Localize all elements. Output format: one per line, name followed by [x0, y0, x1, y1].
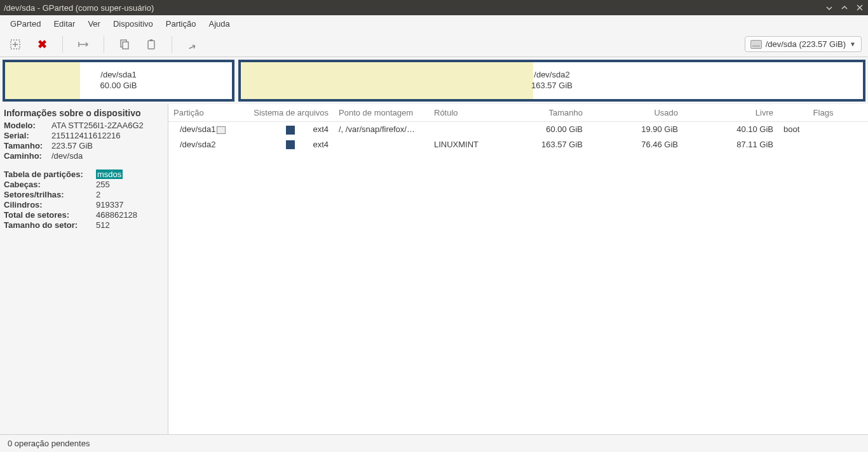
- toolbar-separator: [62, 36, 63, 53]
- label-modelo: Modelo:: [4, 121, 51, 130]
- apply-button[interactable]: [184, 36, 201, 53]
- cell-rotulo: [429, 122, 505, 137]
- label-ssize: Tamanho do setor:: [4, 220, 96, 230]
- menu-ajuda[interactable]: Ajuda: [202, 17, 236, 31]
- visual-partition-sda1[interactable]: /dev/sda1 60.00 GiB: [3, 60, 234, 102]
- label-cyl: Cilindros:: [4, 200, 96, 209]
- value-cyl: 919337: [96, 200, 164, 209]
- col-usado[interactable]: Usado: [588, 104, 683, 122]
- delete-partition-button[interactable]: ✖: [33, 36, 51, 53]
- label-spt: Setores/trilhas:: [4, 190, 96, 199]
- partition-table: Partição Sistema de arquivos Ponto de mo…: [168, 104, 868, 152]
- partition-visual: /dev/sda1 60.00 GiB /dev/sda2 163.57 GiB: [0, 57, 868, 104]
- label-tsec: Total de setores:: [4, 210, 96, 220]
- value-heads: 255: [96, 180, 164, 189]
- svg-rect-2: [123, 42, 128, 49]
- toolbar-separator: [172, 36, 172, 53]
- table-row[interactable]: /dev/sda1 ext4 /, /var/snap/firefox/… 60…: [168, 122, 868, 137]
- value-ssize: 512: [96, 220, 164, 230]
- value-ptable: msdos: [96, 170, 123, 179]
- copy-icon: [118, 38, 131, 51]
- menu-dispositivo[interactable]: Dispositivo: [107, 17, 159, 31]
- col-ponto[interactable]: Ponto de montagem: [334, 104, 429, 122]
- new-partition-icon: [9, 38, 22, 51]
- menu-gparted[interactable]: GParted: [4, 17, 47, 31]
- cell-mount: /, /var/snap/firefox/…: [334, 122, 429, 137]
- device-selector-label: /dev/sda (223.57 GiB): [766, 39, 846, 49]
- cell-usado: 19.90 GiB: [588, 122, 683, 137]
- window-controls: [825, 3, 864, 12]
- close-button[interactable]: [855, 3, 864, 12]
- visual-partition-size: 60.00 GiB: [100, 81, 137, 91]
- main-area: Informações sobre o dispositivo Modelo:A…: [0, 104, 868, 434]
- fs-color-swatch: [286, 140, 295, 149]
- value-caminho: /dev/sda: [51, 151, 164, 161]
- menu-particao[interactable]: Partição: [159, 17, 203, 31]
- cell-livre: 40.10 GiB: [683, 122, 778, 137]
- cell-tamanho: 163.57 GiB: [505, 137, 588, 152]
- visual-partition-sda2[interactable]: /dev/sda2 163.57 GiB: [238, 60, 865, 102]
- label-caminho: Caminho:: [4, 151, 51, 161]
- table-header-row: Partição Sistema de arquivos Ponto de mo…: [168, 104, 868, 122]
- fs-color-swatch: [286, 126, 295, 135]
- cell-fs: ext4: [313, 124, 329, 134]
- cell-tamanho: 60.00 GiB: [505, 122, 588, 137]
- cell-particao: /dev/sda2: [168, 137, 245, 152]
- label-heads: Cabeças:: [4, 180, 96, 189]
- apply-icon: [186, 38, 199, 51]
- statusbar: 0 operação pendentes: [0, 434, 868, 452]
- copy-button[interactable]: [116, 36, 133, 53]
- cell-livre: 87.11 GiB: [683, 137, 778, 152]
- maximize-button[interactable]: [840, 3, 849, 12]
- value-spt: 2: [96, 190, 164, 199]
- menu-ver[interactable]: Ver: [81, 17, 107, 31]
- mounted-icon: [217, 126, 226, 134]
- value-serial: 215112411612216: [51, 131, 164, 140]
- cell-flags: [778, 137, 868, 152]
- disk-icon: [750, 40, 762, 49]
- value-tsec: 468862128: [96, 210, 164, 220]
- device-info-heading: Informações sobre o dispositivo: [4, 108, 164, 118]
- resize-move-button[interactable]: [74, 36, 92, 53]
- paste-icon: [145, 38, 158, 51]
- label-serial: Serial:: [4, 131, 51, 140]
- partition-table-panel: Partição Sistema de arquivos Ponto de mo…: [168, 104, 868, 434]
- cell-flags: boot: [778, 122, 868, 137]
- cell-mount: [334, 137, 429, 152]
- table-row[interactable]: /dev/sda2 ext4 LINUXMINT 163.57 GiB 76.4…: [168, 137, 868, 152]
- col-sistema[interactable]: Sistema de arquivos: [245, 104, 334, 122]
- new-partition-button[interactable]: [6, 36, 24, 53]
- visual-partition-name: /dev/sda2: [531, 70, 573, 81]
- paste-button[interactable]: [142, 36, 160, 53]
- label-ptable: Tabela de partições:: [4, 170, 96, 179]
- window-title: /dev/sda - GParted (como super-usuário): [4, 3, 825, 13]
- cell-particao: /dev/sda1: [180, 124, 215, 134]
- cell-rotulo: LINUXMINT: [429, 137, 505, 152]
- delete-icon: ✖: [37, 37, 47, 51]
- resize-icon: [77, 38, 90, 51]
- col-rotulo[interactable]: Rótulo: [429, 104, 505, 122]
- used-fill: [5, 62, 80, 99]
- visual-partition-size: 163.57 GiB: [531, 81, 573, 91]
- menu-editar[interactable]: Editar: [47, 17, 81, 31]
- svg-rect-3: [148, 41, 154, 49]
- toolbar-separator: [104, 36, 104, 53]
- toolbar: ✖ /dev/sda (223.57 GiB) ▼: [0, 32, 868, 57]
- value-modelo: ATA STT256I1-2ZAA6G2: [51, 121, 164, 130]
- col-flags[interactable]: Flags: [778, 104, 868, 122]
- minimize-button[interactable]: [825, 3, 834, 12]
- used-fill: [241, 62, 533, 99]
- titlebar: /dev/sda - GParted (como super-usuário): [0, 0, 868, 15]
- visual-partition-name: /dev/sda1: [100, 70, 137, 81]
- col-particao[interactable]: Partição: [168, 104, 245, 122]
- value-tamanho: 223.57 GiB: [51, 141, 164, 150]
- menubar: GParted Editar Ver Dispositivo Partição …: [0, 15, 868, 32]
- svg-rect-4: [150, 39, 153, 41]
- col-tamanho[interactable]: Tamanho: [505, 104, 588, 122]
- label-tamanho: Tamanho:: [4, 141, 51, 150]
- status-text: 0 operação pendentes: [8, 439, 90, 448]
- col-livre[interactable]: Livre: [683, 104, 778, 122]
- cell-usado: 76.46 GiB: [588, 137, 683, 152]
- device-selector[interactable]: /dev/sda (223.57 GiB) ▼: [745, 36, 862, 52]
- cell-fs: ext4: [313, 140, 329, 149]
